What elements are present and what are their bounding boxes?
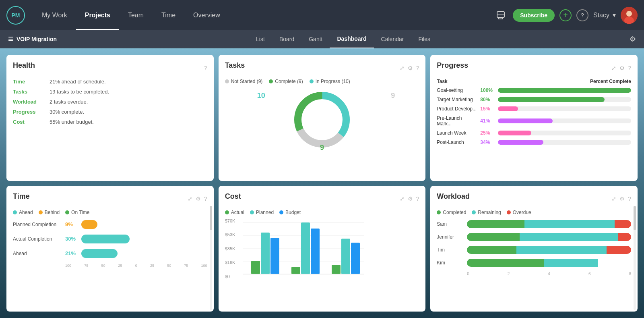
cost-card: Cost ⤢ ⚙ ? Actual Planned Budg bbox=[219, 186, 426, 312]
health-rows: Time 21% ahead of schedule. Tasks 19 tas… bbox=[13, 79, 207, 125]
workload-remaining-sam bbox=[524, 220, 615, 228]
nav-item-time[interactable]: Time bbox=[153, 0, 184, 30]
sub-nav-tabs: List Board Gantt Dashboard Calendar File… bbox=[57, 30, 630, 48]
time-scrollbar[interactable] bbox=[210, 206, 212, 310]
health-row-cost: Cost 55% under budget. bbox=[13, 119, 207, 125]
tab-dashboard[interactable]: Dashboard bbox=[330, 30, 374, 48]
nav-right: Subscribe + ? Stacy ▾ bbox=[493, 7, 638, 24]
progress-bar-4 bbox=[498, 131, 531, 135]
health-info-icon[interactable]: ? bbox=[204, 65, 207, 71]
main-content: Health ? Time 21% ahead of schedule. Tas… bbox=[0, 48, 644, 318]
workload-expand-icon[interactable]: ⤢ bbox=[611, 195, 616, 202]
progress-table-header: Task Percent Complete bbox=[437, 79, 631, 84]
dashboard-grid: Health ? Time 21% ahead of schedule. Tas… bbox=[6, 55, 638, 312]
user-name: Stacy bbox=[593, 12, 609, 19]
legend-dot-behind bbox=[39, 210, 43, 214]
chart-icon[interactable] bbox=[493, 8, 508, 23]
svg-rect-20 bbox=[332, 265, 341, 274]
health-row-tasks: Tasks 19 tasks to be completed. bbox=[13, 89, 207, 95]
tasks-card-header: Tasks ⤢ ⚙ ? bbox=[225, 61, 419, 75]
add-button[interactable]: + bbox=[559, 9, 572, 21]
progress-info-icon[interactable]: ? bbox=[628, 65, 631, 71]
workload-scrollbar[interactable] bbox=[634, 206, 636, 310]
time-settings-icon[interactable]: ⚙ bbox=[196, 195, 201, 202]
workload-card-header: Workload ⤢ ⚙ ? bbox=[437, 192, 631, 206]
legend-on-time: On Time bbox=[65, 210, 89, 215]
health-label-time: Time bbox=[13, 79, 43, 85]
legend-not-started: Not Started (9) bbox=[225, 79, 263, 84]
legend-dot-overdue bbox=[507, 210, 511, 214]
progress-task-2: Product Develop... bbox=[437, 106, 477, 112]
health-value-cost: 55% under budget. bbox=[50, 119, 94, 125]
tab-list[interactable]: List bbox=[249, 30, 272, 48]
progress-row-4: Launch Week 25% bbox=[437, 130, 631, 136]
avatar[interactable] bbox=[621, 7, 638, 24]
legend-dot-remaining bbox=[472, 210, 476, 214]
svg-rect-22 bbox=[351, 243, 360, 274]
time-info-icon[interactable]: ? bbox=[204, 195, 207, 202]
cost-info-icon[interactable]: ? bbox=[416, 195, 419, 202]
health-label-workload: Workload bbox=[13, 99, 43, 105]
progress-expand-icon[interactable]: ⤢ bbox=[611, 65, 616, 71]
sub-nav: ☰ VOIP Migration List Board Gantt Dashbo… bbox=[0, 30, 644, 48]
progress-task-1: Target Marketing bbox=[437, 97, 477, 102]
nav-item-team[interactable]: Team bbox=[119, 0, 153, 30]
progress-card: Progress ⤢ ⚙ ? Task Percent Complete Goa… bbox=[430, 55, 638, 181]
tasks-expand-icon[interactable]: ⤢ bbox=[400, 65, 405, 71]
nav-items: My Work Projects Team Time Overview bbox=[33, 0, 493, 30]
user-menu[interactable]: Stacy ▾ bbox=[593, 11, 616, 19]
health-title: Health bbox=[13, 61, 35, 70]
nav-item-overview[interactable]: Overview bbox=[184, 0, 229, 30]
tab-board[interactable]: Board bbox=[272, 30, 301, 48]
time-bar-actual bbox=[81, 235, 130, 243]
workload-info-icon[interactable]: ? bbox=[628, 195, 631, 202]
help-button[interactable]: ? bbox=[576, 9, 588, 21]
workload-card-icons: ⤢ ⚙ ? bbox=[611, 195, 631, 202]
workload-completed-jennifer bbox=[467, 233, 519, 241]
workload-row-kim: Kim bbox=[437, 259, 631, 267]
tasks-settings-icon[interactable]: ⚙ bbox=[408, 65, 413, 71]
time-bar-segment-actual bbox=[81, 235, 130, 243]
workload-remaining-kim bbox=[544, 259, 599, 267]
tab-files[interactable]: Files bbox=[411, 30, 438, 48]
workload-axis: 0 2 4 6 8 bbox=[437, 272, 631, 276]
nav-item-mywork[interactable]: My Work bbox=[33, 0, 76, 30]
legend-dot-budget bbox=[279, 210, 283, 214]
hamburger-icon: ☰ bbox=[8, 36, 13, 42]
tasks-info-icon[interactable]: ? bbox=[416, 65, 419, 71]
workload-completed-kim bbox=[467, 259, 544, 267]
tasks-title: Tasks bbox=[225, 61, 245, 70]
progress-row-1: Target Marketing 80% bbox=[437, 97, 631, 102]
progress-bar-0 bbox=[498, 88, 631, 93]
progress-bar-2 bbox=[498, 106, 518, 111]
progress-rows: Goal-setting 100% Target Marketing 80% P… bbox=[437, 87, 631, 145]
nav-item-projects[interactable]: Projects bbox=[76, 0, 119, 30]
cost-chart: $70K $53K $35K $18K $0 bbox=[225, 218, 419, 287]
tasks-legend: Not Started (9) Complete (9) In Progress… bbox=[225, 79, 419, 84]
time-scrollbar-thumb[interactable] bbox=[210, 206, 212, 230]
workload-scrollbar-thumb[interactable] bbox=[634, 206, 636, 230]
cost-settings-icon[interactable]: ⚙ bbox=[408, 195, 413, 202]
svg-point-3 bbox=[626, 11, 632, 17]
progress-settings-icon[interactable]: ⚙ bbox=[619, 65, 625, 71]
legend-dot-ahead bbox=[13, 210, 17, 214]
workload-completed-sam bbox=[467, 220, 524, 228]
progress-bar-wrap-4 bbox=[498, 131, 631, 135]
time-row-ahead: Ahead 21% bbox=[13, 249, 202, 258]
workload-settings-icon[interactable]: ⚙ bbox=[619, 195, 625, 202]
subscribe-button[interactable]: Subscribe bbox=[513, 9, 555, 22]
progress-card-icons: ⤢ ⚙ ? bbox=[611, 65, 631, 71]
project-title[interactable]: ☰ VOIP Migration bbox=[8, 36, 57, 42]
progress-pct-3: 41% bbox=[480, 118, 495, 124]
top-nav: PM My Work Projects Team Time Overview S… bbox=[0, 0, 644, 30]
time-expand-icon[interactable]: ⤢ bbox=[188, 195, 192, 202]
settings-icon[interactable]: ⚙ bbox=[630, 35, 636, 44]
progress-card-header: Progress ⤢ ⚙ ? bbox=[437, 61, 631, 75]
cost-expand-icon[interactable]: ⤢ bbox=[400, 195, 405, 202]
time-title: Time bbox=[13, 192, 30, 201]
tab-gantt[interactable]: Gantt bbox=[301, 30, 330, 48]
tab-calendar[interactable]: Calendar bbox=[374, 30, 411, 48]
logo[interactable]: PM bbox=[6, 6, 25, 25]
health-value-time: 21% ahead of schedule. bbox=[50, 79, 106, 85]
progress-bar-wrap-5 bbox=[498, 140, 631, 145]
